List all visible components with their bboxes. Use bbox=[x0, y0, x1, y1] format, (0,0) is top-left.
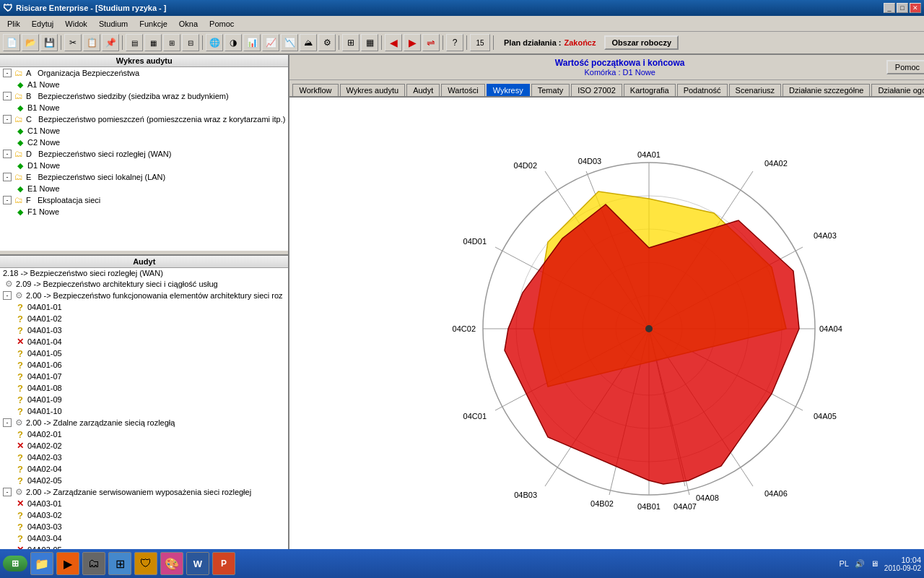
menu-studium[interactable]: Studium bbox=[93, 18, 134, 30]
tb-settings[interactable]: ⚙ bbox=[318, 34, 336, 51]
tb-grid[interactable]: ⊞ bbox=[342, 34, 359, 51]
audit-item-209[interactable]: ⚙ 2.09 -> Bezpieczeństwo architektury si… bbox=[0, 278, 288, 290]
audit-item-04a02-04[interactable]: ? 04A02-04 bbox=[0, 463, 288, 475]
tb-save[interactable]: 💾 bbox=[40, 34, 58, 51]
audit-item-04a02-02[interactable]: ✕ 04A02-02 bbox=[0, 440, 288, 452]
tree-toggle-a[interactable]: - bbox=[3, 69, 12, 77]
menu-okna[interactable]: Okna bbox=[173, 18, 204, 30]
tree-item-e1[interactable]: ◆ E1 Nowe bbox=[0, 183, 288, 194]
tree-container[interactable]: - 🗂 A Organizacja Bezpieczeństwa ◆ A1 No… bbox=[0, 67, 288, 251]
tab-audyt[interactable]: Audyt bbox=[406, 84, 440, 96]
tree-item-a1[interactable]: ◆ A1 Nowe bbox=[0, 79, 288, 90]
audit-toggle-200a[interactable]: - bbox=[3, 291, 12, 300]
audit-item-04a02-01[interactable]: ? 04A02-01 bbox=[0, 428, 288, 440]
tb-help[interactable]: ? bbox=[446, 34, 463, 51]
audit-item-04a01-02[interactable]: ? 04A01-02 bbox=[0, 313, 288, 324]
audit-item-04a01-07[interactable]: ? 04A01-07 bbox=[0, 371, 288, 382]
tree-item-d[interactable]: - 🗂 D Bezpieczeństwo sieci rozległej (WA… bbox=[0, 148, 288, 160]
tb-table[interactable]: ▦ bbox=[361, 34, 378, 51]
tb-paste[interactable]: 📌 bbox=[102, 34, 119, 51]
tab-dzialanie-szczegolne[interactable]: Działanie szczegółne bbox=[783, 84, 870, 96]
taskbar-risicare[interactable]: 🛡 bbox=[134, 552, 157, 575]
tree-toggle-c[interactable]: - bbox=[3, 115, 12, 124]
audit-container[interactable]: 2.18 -> Bezpieczeństwo sieci rozległej (… bbox=[0, 268, 288, 556]
audit-item-04a01-05[interactable]: ? 04A01-05 bbox=[0, 348, 288, 359]
tab-wartosci[interactable]: Wartości bbox=[441, 84, 484, 96]
close-button[interactable]: ✕ bbox=[910, 3, 921, 13]
area-button[interactable]: Obszar roboczy bbox=[604, 35, 679, 50]
audit-item-04a03-04[interactable]: ? 04A03-04 bbox=[0, 532, 288, 544]
minimize-button[interactable]: _ bbox=[884, 3, 895, 13]
menu-widok[interactable]: Widok bbox=[59, 18, 93, 30]
tab-iso27002[interactable]: ISO 27002 bbox=[571, 84, 622, 96]
tb-open[interactable]: 📂 bbox=[22, 34, 39, 51]
audit-item-04a01-04[interactable]: ✕ 04A01-04 bbox=[0, 336, 288, 348]
taskbar-explorer[interactable]: 📁 bbox=[30, 552, 53, 575]
taskbar-files[interactable]: 🗂 bbox=[82, 552, 105, 575]
tb-b2[interactable]: ▦ bbox=[144, 34, 162, 51]
audit-item-04a01-01[interactable]: ? 04A01-01 bbox=[0, 301, 288, 313]
audit-item-04a03-03[interactable]: ? 04A03-03 bbox=[0, 521, 288, 532]
audit-item-200a[interactable]: - ⚙ 2.00 -> Bezpieczeństwo funkcjonowani… bbox=[0, 290, 288, 301]
audit-item-04a02-03[interactable]: ? 04A02-03 bbox=[0, 452, 288, 463]
pomoc-button[interactable]: Pomoc bbox=[886, 60, 924, 74]
tb-chart-line[interactable]: 📈 bbox=[262, 34, 279, 51]
audit-item-218[interactable]: 2.18 -> Bezpieczeństwo sieci rozległej (… bbox=[0, 268, 288, 278]
tb-chart2[interactable]: 📉 bbox=[281, 34, 298, 51]
tree-item-f[interactable]: - 🗂 F Eksploatacja sieci bbox=[0, 194, 288, 206]
taskbar-ppt[interactable]: P bbox=[212, 552, 235, 575]
tree-toggle-b[interactable]: - bbox=[3, 92, 12, 100]
audit-item-04a01-10[interactable]: ? 04A01-10 bbox=[0, 405, 288, 417]
tree-toggle-e[interactable]: - bbox=[3, 173, 12, 181]
tab-podatnosc[interactable]: Podatność bbox=[677, 84, 728, 96]
tab-scenariusz[interactable]: Scenariusz bbox=[729, 84, 781, 96]
audit-item-04a02-05[interactable]: ? 04A02-05 bbox=[0, 475, 288, 486]
taskbar-word[interactable]: W bbox=[186, 552, 209, 575]
maximize-button[interactable]: □ bbox=[897, 3, 908, 13]
start-button[interactable]: ⊞ bbox=[3, 556, 27, 571]
tree-item-b[interactable]: - 🗂 B Bezpieczeństwo siedziby (siedziba … bbox=[0, 90, 288, 102]
tb-nav-prev[interactable]: ◀ bbox=[385, 34, 402, 51]
tab-kartografia[interactable]: Kartografia bbox=[624, 84, 676, 96]
tb-chart-bar[interactable]: 📊 bbox=[243, 34, 261, 51]
audit-item-04a03-02[interactable]: ? 04A03-02 bbox=[0, 509, 288, 521]
tab-wykresy[interactable]: Wykresy bbox=[487, 84, 530, 96]
tree-item-e[interactable]: - 🗂 E Bezpieczeństwo sieci lokalnej (LAN… bbox=[0, 171, 288, 183]
audit-item-04a01-03[interactable]: ? 04A01-03 bbox=[0, 324, 288, 336]
audit-item-04a01-09[interactable]: ? 04A01-09 bbox=[0, 394, 288, 405]
tb-copy[interactable]: 📋 bbox=[83, 34, 100, 51]
tb-num[interactable]: 15 bbox=[470, 34, 490, 51]
tb-b1[interactable]: ▤ bbox=[126, 34, 143, 51]
tb-new[interactable]: 📄 bbox=[3, 34, 20, 51]
tree-item-a[interactable]: - 🗂 A Organizacja Bezpieczeństwa bbox=[0, 67, 288, 79]
tb-nav-next[interactable]: ▶ bbox=[404, 34, 421, 51]
menu-edytuj[interactable]: Edytuj bbox=[26, 18, 60, 30]
taskbar-app[interactable]: ⊞ bbox=[108, 552, 131, 575]
menu-funkcje[interactable]: Funkcje bbox=[134, 18, 173, 30]
taskbar-color[interactable]: 🎨 bbox=[160, 552, 183, 575]
menu-plik[interactable]: Plik bbox=[1, 18, 26, 30]
tree-item-d1[interactable]: ◆ D1 Nowe bbox=[0, 160, 288, 171]
tab-dzialanie-ogolne[interactable]: Działanie ogólne bbox=[871, 84, 924, 96]
audit-item-200c[interactable]: - ⚙ 2.00 -> Zarządzanie serwisowaniem wy… bbox=[0, 486, 288, 498]
audit-item-04a01-08[interactable]: ? 04A01-08 bbox=[0, 382, 288, 394]
tree-item-f1[interactable]: ◆ F1 Nowe bbox=[0, 206, 288, 217]
audit-toggle-200c[interactable]: - bbox=[3, 488, 12, 496]
audit-item-04a01-06[interactable]: ? 04A01-06 bbox=[0, 359, 288, 371]
menu-pomoc[interactable]: Pomoc bbox=[204, 18, 240, 30]
tab-workflow[interactable]: Workflow bbox=[292, 84, 338, 96]
tab-wykres-audytu[interactable]: Wykres audytu bbox=[340, 84, 406, 96]
tb-b3[interactable]: ⊞ bbox=[163, 34, 180, 51]
tree-item-c2[interactable]: ◆ C2 Nowe bbox=[0, 137, 288, 148]
tab-tematy[interactable]: Tematy bbox=[531, 84, 570, 96]
tb-nav-all[interactable]: ⇌ bbox=[422, 34, 440, 51]
tb-cut[interactable]: ✂ bbox=[64, 34, 82, 51]
tb-b4[interactable]: ⊟ bbox=[182, 34, 199, 51]
tree-toggle-f[interactable]: - bbox=[3, 196, 12, 204]
tree-item-c1[interactable]: ◆ C1 Nowe bbox=[0, 125, 288, 137]
tree-item-c[interactable]: - 🗂 C Bezpieczeństwo pomieszczeń (pomies… bbox=[0, 113, 288, 125]
audit-toggle-200b[interactable]: - bbox=[3, 418, 12, 427]
tb-chart3[interactable]: ⛰ bbox=[300, 34, 317, 51]
tb-globe[interactable]: 🌐 bbox=[206, 34, 223, 51]
tree-item-b1[interactable]: ◆ B1 Nowe bbox=[0, 102, 288, 113]
